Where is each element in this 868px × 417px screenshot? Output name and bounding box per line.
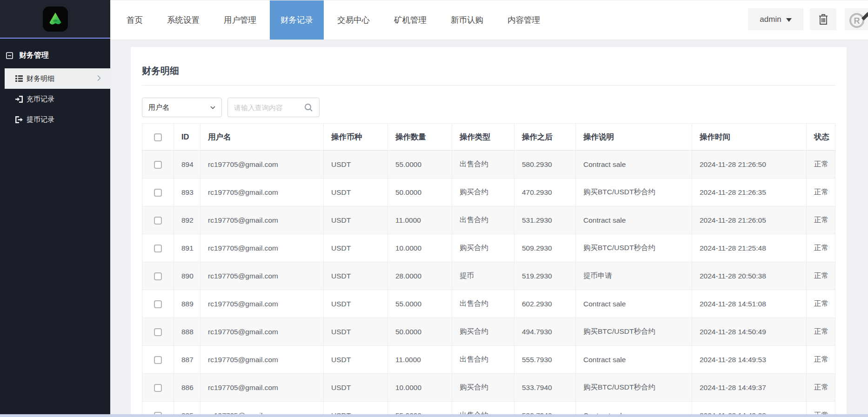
cell-id: 893 (174, 179, 200, 206)
main-area: 财务明细 用户名 (110, 40, 868, 417)
table-row: 892rc197705@gmail.comUSDT11.0000出售合约531.… (142, 206, 835, 234)
row-checkbox[interactable] (154, 384, 162, 392)
column-header-2: 操作币种 (324, 124, 388, 151)
cell-coin: USDT (324, 290, 388, 318)
nav-tab-6[interactable]: 新币认购 (440, 0, 494, 40)
row-checkbox-cell (142, 206, 174, 234)
chevron-down-icon (210, 106, 215, 109)
cell-coin: USDT (324, 151, 388, 179)
sidebar-item-1[interactable]: 充币记录 (0, 89, 110, 109)
cell-status: 正常 (807, 374, 835, 402)
cell-username: rc197705@gmail.com (200, 290, 324, 318)
cell-id: 887 (174, 346, 200, 374)
user-menu-button[interactable]: admin (748, 8, 803, 30)
nav-tab-5[interactable]: 矿机管理 (383, 0, 437, 40)
sidebar-section-label: 财务管理 (19, 51, 49, 60)
sidebar-item-2[interactable]: 提币记录 (0, 109, 110, 130)
search-input[interactable] (234, 104, 304, 112)
nav-tab-3[interactable]: 财务记录 (270, 0, 324, 40)
cell-note: 购买BTC/USDT秒合约 (576, 179, 692, 206)
svg-text:R: R (854, 16, 860, 26)
table-row: 893rc197705@gmail.comUSDT50.0000购买合约470.… (142, 179, 835, 206)
cell-status: 正常 (807, 151, 835, 179)
cell-status: 正常 (807, 179, 835, 206)
table-row: 890rc197705@gmail.comUSDT28.0000提币519.29… (142, 262, 835, 290)
search-icon[interactable] (304, 103, 313, 112)
cell-type: 购买合约 (452, 318, 514, 346)
cell-time: 2024-11-28 14:50:49 (692, 318, 807, 346)
cell-status: 正常 (807, 206, 835, 234)
cell-username: rc197705@gmail.com (200, 206, 324, 234)
cell-coin: USDT (324, 179, 388, 206)
nav-tab-0[interactable]: 首页 (116, 0, 154, 40)
r-edit-icon: R (848, 11, 868, 28)
cell-time: 2024-11-28 21:26:35 (692, 179, 807, 206)
sidebar: 财务管理 财务明细充币记录提币记录 (0, 0, 110, 417)
nav-tab-2[interactable]: 用户管理 (213, 0, 267, 40)
cell-amount: 28.0000 (388, 262, 452, 290)
cell-status: 正常 (807, 234, 835, 262)
cell-note: 购买BTC/USDT秒合约 (576, 234, 692, 262)
row-checkbox[interactable] (154, 217, 162, 225)
row-checkbox[interactable] (154, 272, 162, 280)
cell-amount: 10.0000 (388, 374, 452, 402)
trash-button[interactable] (810, 8, 836, 30)
column-header-0: ID (174, 124, 200, 151)
cell-type: 购买合约 (452, 374, 514, 402)
cell-after: 580.2930 (514, 151, 576, 179)
collapse-minus-icon (6, 52, 13, 59)
row-checkbox[interactable] (154, 161, 162, 169)
row-checkbox[interactable] (154, 245, 162, 252)
sidebar-item-label: 财务明细 (27, 74, 54, 83)
cell-id: 894 (174, 151, 200, 179)
row-checkbox[interactable] (154, 356, 162, 364)
nav-tab-4[interactable]: 交易中心 (327, 0, 381, 40)
caret-down-icon (786, 18, 792, 22)
row-checkbox-cell (142, 318, 174, 346)
sidebar-section-finance[interactable]: 财务管理 (0, 42, 110, 68)
row-checkbox[interactable] (154, 300, 162, 308)
search-box (227, 98, 320, 117)
row-checkbox-cell (142, 262, 174, 290)
user-name: admin (760, 15, 781, 24)
column-header-4: 操作类型 (452, 124, 514, 151)
cell-amount: 55.0000 (388, 151, 452, 179)
cell-after: 602.2930 (514, 290, 576, 318)
cell-type: 出售合约 (452, 290, 514, 318)
column-header-1: 用户名 (200, 124, 324, 151)
cell-after: 533.7940 (514, 374, 576, 402)
cell-time: 2024-11-28 14:51:08 (692, 290, 807, 318)
cell-coin: USDT (324, 234, 388, 262)
field-select[interactable]: 用户名 (142, 98, 222, 117)
column-header-7: 操作时间 (692, 124, 807, 151)
cell-after: 470.2930 (514, 179, 576, 206)
cell-username: rc197705@gmail.com (200, 262, 324, 290)
column-header-5: 操作之后 (514, 124, 576, 151)
nav-tab-7[interactable]: 内容管理 (497, 0, 551, 40)
cell-after: 555.7930 (514, 346, 576, 374)
row-checkbox-cell (142, 234, 174, 262)
logo-strip (0, 0, 110, 39)
table-body: 894rc197705@gmail.comUSDT55.0000出售合约580.… (142, 151, 835, 417)
cell-note: 购买BTC/USDT秒合约 (576, 318, 692, 346)
cell-id: 892 (174, 206, 200, 234)
table-header-row: ID用户名操作币种操作数量操作类型操作之后操作说明操作时间状态 (142, 124, 835, 151)
r-edit-button[interactable]: R (845, 8, 868, 30)
cell-note: 购买BTC/USDT秒合约 (576, 374, 692, 402)
select-all-checkbox[interactable] (154, 133, 162, 141)
cell-username: rc197705@gmail.com (200, 151, 324, 179)
nav-tab-1[interactable]: 系统设置 (156, 0, 210, 40)
finance-table: ID用户名操作币种操作数量操作类型操作之后操作说明操作时间状态 894rc197… (142, 123, 835, 417)
cell-type: 提币 (452, 262, 514, 290)
cell-time: 2024-11-28 20:50:38 (692, 262, 807, 290)
cell-amount: 50.0000 (388, 318, 452, 346)
cell-status: 正常 (807, 290, 835, 318)
cell-coin: USDT (324, 374, 388, 402)
horizontal-scrollbar[interactable] (0, 414, 868, 417)
row-checkbox-cell (142, 179, 174, 206)
sidebar-item-0[interactable]: 财务明细 (5, 68, 110, 89)
row-checkbox[interactable] (154, 189, 162, 197)
app-logo[interactable] (43, 7, 68, 32)
cell-username: rc197705@gmail.com (200, 318, 324, 346)
row-checkbox[interactable] (154, 328, 162, 336)
